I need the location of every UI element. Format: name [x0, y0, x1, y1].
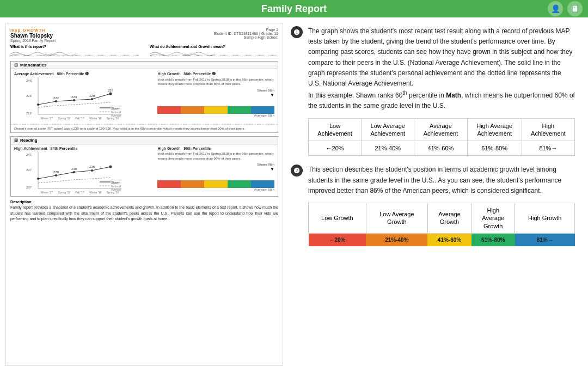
growth-val-high-avg: 61%-80% — [471, 233, 515, 246]
school-name: Sample High School — [213, 35, 278, 39]
math-chart-area: Average Achievement 60th Percentile ❶ 24… — [14, 71, 154, 120]
achievement-table: LowAchievement Low AverageAchievement Av… — [308, 118, 575, 156]
annotation-1-block: ❶ The graph shows the student's most rec… — [291, 26, 575, 156]
svg-text:207: 207 — [26, 186, 32, 189]
svg-point-27 — [91, 169, 93, 172]
val-low-ach: ←20% — [309, 141, 362, 156]
val-avg-ach: 41%-60% — [414, 141, 467, 156]
x-label-5: Spring '18 — [107, 117, 119, 120]
reading-growth-area: High Growth 96th Percentile Your child's… — [157, 147, 274, 194]
col-low-avg-ach: Low AverageAchievement — [362, 118, 414, 141]
math-growth-area: High Growth 86th Percentile ❷ Your child… — [157, 71, 274, 120]
page-label: Page 1 — [213, 28, 278, 32]
math-avg-label: Average: 50th — [157, 114, 274, 117]
math-title: Mathematics — [20, 63, 46, 68]
growth-col-avg: AverageGrowth — [427, 203, 471, 233]
svg-point-6 — [55, 100, 57, 102]
annotation-1-number: ❶ — [291, 26, 303, 38]
annotation-2-block: ❷ This section describes the student's p… — [291, 165, 575, 246]
svg-text:Shawn: Shawn — [111, 181, 120, 184]
student-id: Student ID: STS29811468 | Grade: 11 — [213, 32, 278, 35]
svg-point-25 — [55, 174, 57, 177]
growth-val-low-avg: 21%-40% — [366, 233, 427, 246]
reading-icon: ⊞ — [14, 138, 18, 143]
what-is-col: What is this report? — [10, 45, 139, 56]
growth-val-high: 81%→ — [515, 233, 575, 246]
page-header: Family Report 👤 🖥 — [0, 0, 588, 17]
header-title: Family Report — [261, 3, 327, 15]
student-name: Shawn Tolopsky — [10, 33, 56, 39]
what-do-col: What do Achievement and Growth mean? — [150, 45, 278, 56]
math-chart-svg: 246 229 212 — [26, 77, 121, 117]
annotation-2-text: This section describes the student's pos… — [308, 165, 575, 196]
mathematics-header: ⊞ Mathematics — [11, 62, 278, 69]
x-label-1: Winter '17 — [41, 117, 53, 120]
annotation-1-text: The graph shows the student's most recen… — [308, 26, 575, 112]
col-high-ach: HighAchievement — [522, 118, 574, 141]
document-preview: map GROWTH Shawn Tolopsky Spring 2018 Fa… — [5, 23, 283, 366]
what-is-label: What is this report? — [10, 45, 46, 48]
reading-header: ⊞ Reading — [11, 137, 278, 144]
val-high-ach: 81%→ — [522, 141, 574, 156]
header-icons: 👤 🖥 — [548, 1, 583, 16]
val-low-avg-ach: 21%-40% — [362, 141, 414, 156]
svg-text:229: 229 — [53, 171, 59, 174]
growth-col-low-avg: Low AverageGrowth — [366, 203, 427, 233]
svg-text:212: 212 — [26, 112, 32, 115]
math-icon: ⊞ — [14, 63, 18, 68]
growth-color-table: Low Growth Low AverageGrowth AverageGrow… — [308, 203, 575, 246]
main-content: map GROWTH Shawn Tolopsky Spring 2018 Fa… — [0, 17, 588, 371]
what-is-text — [10, 50, 139, 56]
right-panel: ❶ The graph shows the student's most rec… — [283, 23, 583, 366]
reading-chart-svg: 247 237 207 — [26, 151, 121, 191]
svg-point-8 — [91, 98, 93, 100]
svg-text:246: 246 — [26, 79, 32, 82]
svg-point-24 — [37, 178, 39, 180]
user-icon[interactable]: 👤 — [548, 1, 563, 16]
map-growth-label: map GROWTH — [10, 28, 56, 33]
mathematics-section: ⊞ Mathematics Average Achievement 60th P… — [10, 61, 278, 133]
growth-col-high-avg: HighAverageGrowth — [471, 203, 515, 233]
svg-text:223: 223 — [71, 95, 77, 99]
reading-achievement-label: High Achievement 84th Percentile — [14, 147, 154, 150]
svg-point-26 — [73, 171, 75, 173]
doc-header-right: Page 1 Student ID: STS29811468 | Grade: … — [213, 28, 278, 42]
val-high-avg-ach: 61%-80% — [467, 141, 522, 156]
svg-text:222: 222 — [53, 96, 59, 100]
x-label-2: Spring '17 — [58, 117, 70, 120]
growth-col-high: High Growth — [515, 203, 575, 233]
col-avg-ach: AverageAchievement — [414, 118, 467, 141]
svg-text:226: 226 — [108, 89, 114, 92]
doc-header-left: map GROWTH Shawn Tolopsky Spring 2018 Fa… — [10, 28, 56, 42]
svg-text:Shawn: Shawn — [111, 107, 120, 110]
reading-section: ⊞ Reading High Achievement 84th Percenti… — [10, 136, 278, 197]
annotation-2-content: This section describes the student's pos… — [308, 165, 575, 246]
svg-text:229: 229 — [26, 94, 32, 98]
math-color-bar — [157, 106, 274, 114]
reading-growth-text: Your child's growth from Fall 2017 to Sp… — [157, 151, 274, 161]
svg-point-5 — [37, 104, 39, 106]
svg-point-9 — [109, 93, 112, 95]
math-achievement-label: Average Achievement 60th Percentile ❶ — [14, 71, 154, 76]
growth-val-avg: 41%-60% — [427, 233, 471, 246]
annotation-1-content: The graph shows the student's most recen… — [308, 26, 575, 156]
svg-text:247: 247 — [26, 153, 32, 156]
svg-text:228: 228 — [89, 94, 95, 98]
what-do-label: What do Achievement and Growth mean? — [150, 45, 225, 48]
math-growth-text: Your child's growth from Fall 2017 to Sp… — [157, 77, 274, 87]
reading-avg-label: Average: 50th — [157, 188, 274, 191]
svg-text:236: 236 — [89, 165, 95, 168]
description-text: Family report provides a snapshot of a s… — [10, 205, 278, 222]
reading-shown-label: Shown 96th — [257, 163, 274, 166]
description-section: Description: Family report provides a sn… — [10, 200, 278, 222]
reading-body: High Achievement 84th Percentile 247 237… — [11, 144, 278, 196]
col-low-ach: LowAchievement — [309, 118, 362, 141]
report-type: Spring 2018 Family Report — [10, 39, 56, 42]
reading-color-bar — [157, 180, 274, 188]
monitor-icon[interactable]: 🖥 — [567, 1, 583, 16]
doc-header: map GROWTH Shawn Tolopsky Spring 2018 Fa… — [10, 28, 278, 42]
annotation-2-number: ❷ — [291, 165, 303, 177]
mathematics-body: Average Achievement 60th Percentile ❶ 24… — [11, 69, 278, 122]
reading-chart-area: High Achievement 84th Percentile 247 237… — [14, 147, 154, 194]
svg-point-7 — [73, 99, 75, 101]
